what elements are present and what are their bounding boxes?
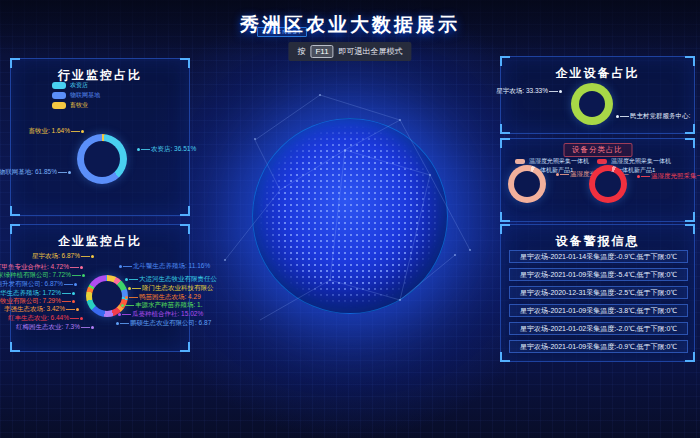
chart-callout: 鹏硕生态农业有限公司: 6.87 (116, 319, 211, 326)
chart-callout: 畜牧业: 1.64% (28, 127, 84, 134)
callout-label: 中绿牧业有限公司: 7.29% (0, 297, 61, 304)
chart-callout: 翔升发有限公司: 6.87% (0, 280, 77, 287)
callout-label: 上华生态养殖场: 1.72% (0, 289, 61, 296)
chart-callout: 大运河生态牧业有限责任公 (125, 275, 217, 282)
panel-title-badge: 设备分类占比 (563, 143, 632, 157)
page-title: 秀洲区农业大数据展示 (0, 12, 700, 38)
fullscreen-tip: 按 F11 即可退出全屏模式 (288, 42, 411, 61)
callout-label: 农资店: 36.51% (151, 145, 196, 152)
alert-row: 星宇农场-2021-01-02采集温度:-2.0℃,低于下限:0℃ (509, 322, 688, 335)
legend-swatch (597, 159, 607, 164)
alert-row: 星宇农场-2021-01-09采集温度:-0.9℃,低于下限:0℃ (509, 340, 688, 353)
leader-line (641, 176, 650, 177)
legend-label: 物联网基地 (70, 91, 100, 100)
chart-callout: 民主村党群服务中心: (616, 112, 690, 119)
leader-line (122, 314, 131, 315)
legend-swatch (52, 92, 66, 99)
chart-callout: 物联网基地: 61.85% (0, 168, 71, 175)
chart-callout: 星宇农场: 33.33% (496, 87, 562, 94)
anchor-dot (119, 265, 122, 268)
legend-swatch (515, 159, 525, 164)
anchor-dot (116, 322, 119, 325)
chart-callout: 上华生态养殖场: 1.72% (0, 289, 75, 296)
leader-line (71, 131, 80, 132)
device-class-donut-right[interactable] (589, 165, 627, 203)
f11-key-badge: F11 (310, 45, 333, 58)
legend-item[interactable]: 畜牧业 (52, 101, 88, 110)
callout-label: 畜牧业: 1.64% (28, 127, 70, 134)
anchor-dot (72, 292, 75, 295)
anchor-dot (72, 300, 75, 303)
anchor-dot (556, 173, 559, 176)
panel-title: 企业设备占比 (501, 65, 694, 82)
donut-hole (595, 171, 621, 197)
leader-line (129, 297, 138, 298)
chart-callout: 红梅园生态农业: 7.3% (16, 323, 94, 330)
callout-label: 民主村党群服务中心: (630, 112, 690, 119)
legend-label: 农资店 (70, 81, 88, 90)
anchor-dot (80, 266, 83, 269)
leader-line (81, 256, 90, 257)
globe-dot-map (258, 124, 442, 308)
chart-callout: 红丰生态农业: 6.44% (8, 314, 83, 321)
leader-line (81, 327, 90, 328)
chart-callout: 李强生态农场: 3.42% (4, 305, 79, 312)
panel-device-classification: 设备分类占比 温湿度光照采集一体机 一体机新产品1 温湿度光照采集一— 温湿度光… (500, 138, 695, 222)
leader-line (120, 323, 129, 324)
anchor-dot (81, 130, 84, 133)
callout-label: 温湿度光照采集一— (651, 172, 700, 179)
leader-line (72, 275, 81, 276)
callout-label: 丰源水产种苗养殖场: 1. (135, 301, 203, 308)
callout-label: 翔升发有限公司: 6.87% (0, 280, 63, 287)
callout-label: 红梅园生态农业: 7.3% (16, 323, 80, 330)
callout-label: 星宇农场: 33.33% (496, 87, 548, 94)
callout-label: 鸭苗园生态农场: 4.29 (139, 293, 201, 300)
anchor-dot (128, 287, 131, 290)
panel-industry-monitor: 行业监控占比 农资店 物联网基地 畜牧业 畜牧业: 1.64% 农资店: 36.… (10, 58, 190, 216)
leader-line (549, 91, 558, 92)
device-share-donut-chart[interactable] (571, 83, 613, 125)
legend-item[interactable]: 农资店 (52, 81, 88, 90)
anchor-dot (125, 296, 128, 299)
anchor-dot (121, 304, 124, 307)
anchor-dot (616, 115, 619, 118)
leader-line (560, 174, 569, 175)
donut-hole (84, 141, 120, 177)
panel-enterprise-monitor: 企业监控占比 星宇农场: 6.87% 彩虹甲鱼专业合作社: 4.72% 家绿种植… (10, 224, 190, 352)
legend-swatch (52, 82, 66, 89)
legend-item[interactable]: 物联网基地 (52, 91, 100, 100)
fullscreen-tip-prefix: 按 (297, 46, 305, 57)
chart-callout: 北斗鳖生态养殖场: 11.16% (119, 262, 210, 269)
callout-label: 瓜蒌种植合作社: 15.02% (132, 310, 203, 317)
alert-row: 星宇农场-2021-01-09采集温度:-5.4℃,低于下限:0℃ (509, 268, 688, 281)
chart-callout: 家绿种植有限公司: 7.72% (0, 271, 85, 278)
donut-hole (514, 171, 540, 197)
device-class-donut-left[interactable] (508, 165, 546, 203)
leader-line (70, 318, 79, 319)
callout-label: 北斗鳖生态养殖场: 11.16% (133, 262, 210, 269)
leader-line (620, 116, 629, 117)
anchor-dot (559, 90, 562, 93)
chart-callout: 鸭苗园生态农场: 4.29 (125, 293, 201, 300)
panel-device-share: 企业设备占比 星宇农场: 33.33% 民主村党群服务中心: (500, 56, 695, 134)
callout-label: 家绿种植有限公司: 7.72% (0, 271, 71, 278)
panel-title: 企业监控占比 (11, 233, 189, 250)
leader-line (141, 149, 150, 150)
anchor-dot (137, 148, 140, 151)
callout-label: 隆门生态农业科技有限公 (142, 284, 214, 291)
chart-callout: 农资店: 36.51% (137, 145, 196, 152)
anchor-dot (125, 278, 128, 281)
alert-row: 星宇农场-2020-12-31采集温度:-2.5℃,低于下限:0℃ (509, 286, 688, 299)
callout-label: 星宇农场: 6.87% (32, 252, 80, 259)
anchor-dot (80, 317, 83, 320)
anchor-dot (91, 255, 94, 258)
alert-row: 星宇农场-2021-01-14采集温度:-0.9℃,低于下限:0℃ (509, 250, 688, 263)
anchor-dot (637, 175, 640, 178)
callout-label: 红丰生态农业: 6.44% (8, 314, 69, 321)
anchor-dot (118, 313, 121, 316)
callout-label: 彩虹甲鱼专业合作社: 4.72% (0, 263, 69, 270)
leader-line (70, 267, 79, 268)
industry-donut-chart[interactable] (77, 134, 127, 184)
chart-callout: 丰源水产种苗养殖场: 1. (121, 301, 203, 308)
leader-line (123, 266, 132, 267)
